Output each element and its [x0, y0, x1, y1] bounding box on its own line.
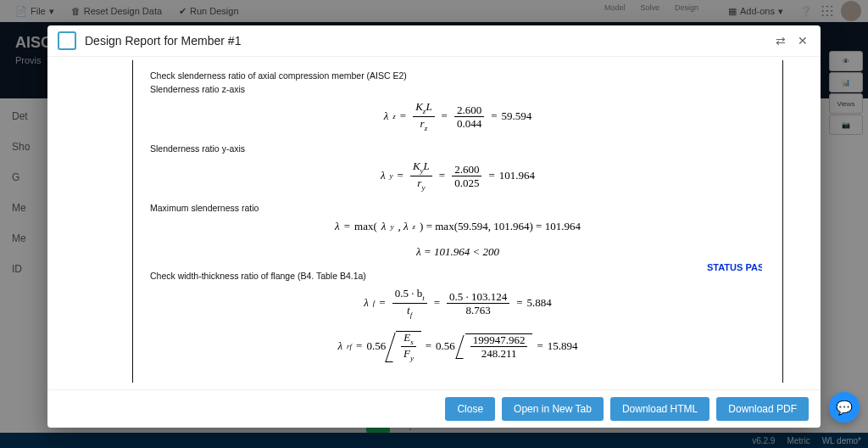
modal-footer: Close Open in New Tab Download HTML Down… [47, 389, 821, 428]
report-text: Check slenderness ratio of axial compres… [150, 70, 765, 81]
report-text: Slenderness ratio y-axis [150, 143, 765, 154]
modal-header: Design Report for Member #1 ⇄ ✕ [47, 25, 821, 57]
modal-title: Design Report for Member #1 [85, 34, 241, 48]
report-text: Slenderness ratio z-axis [150, 84, 765, 94]
swap-icon[interactable]: ⇄ [773, 33, 788, 48]
equation-lambda-f: λf = 0.5 · bttf = 0.5 · 103.1248.763 = 5… [150, 288, 765, 318]
equation-lambda-max: λ = max(λy, λz) = max(59.594, 101.964) =… [150, 220, 765, 233]
chat-bubble-icon[interactable]: 💬 [829, 392, 860, 423]
close-button[interactable]: Close [445, 397, 495, 421]
app-logo-icon [58, 31, 76, 50]
report-text: Check width-thickness ratio of flange (B… [150, 271, 765, 281]
status-badge: STATUS PASS [707, 262, 762, 272]
open-new-tab-button[interactable]: Open in New Tab [502, 397, 604, 421]
download-pdf-button[interactable]: Download PDF [716, 397, 809, 421]
equation-lambda-rf: λrf = 0.56 EsFy = 0.56 199947.962248.211… [150, 331, 765, 362]
report-text: Maximum slenderness ratio [150, 203, 765, 213]
design-report-modal: Design Report for Member #1 ⇄ ✕ Check sl… [47, 25, 821, 428]
download-html-button[interactable]: Download HTML [610, 397, 709, 421]
equation-lambda-y: λy = KyLry = 2.6000.025 = 101.964 [150, 160, 765, 191]
report-page: Check slenderness ratio of axial compres… [132, 60, 783, 383]
equation-lambda-limit: λ = 101.964 < 200 [150, 245, 765, 259]
modal-body[interactable]: Check slenderness ratio of axial compres… [47, 57, 821, 389]
equation-lambda-z: λz = KzLrz = 2.6000.044 = 59.594 [150, 101, 765, 132]
close-icon[interactable]: ✕ [795, 33, 810, 48]
